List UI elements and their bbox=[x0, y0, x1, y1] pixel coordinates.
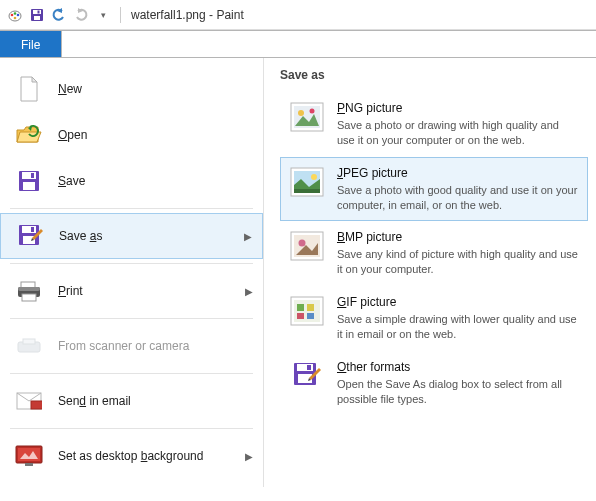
bmp-picture-icon bbox=[289, 230, 325, 262]
subitem-title: JPEG picture bbox=[337, 166, 579, 180]
menu-label: New bbox=[58, 82, 82, 96]
menu-save[interactable]: Save bbox=[0, 158, 263, 204]
menu-divider bbox=[10, 263, 253, 264]
subitem-desc: Open the Save As dialog box to select fr… bbox=[337, 377, 579, 407]
png-picture-icon bbox=[289, 101, 325, 133]
svg-rect-8 bbox=[38, 10, 40, 13]
svg-rect-41 bbox=[307, 304, 314, 311]
submenu-arrow-icon: ▶ bbox=[245, 451, 253, 462]
jpeg-picture-icon bbox=[289, 166, 325, 198]
svg-point-37 bbox=[299, 240, 306, 247]
open-folder-icon bbox=[14, 122, 44, 148]
svg-rect-43 bbox=[307, 313, 314, 319]
subitem-title: GIF picture bbox=[337, 295, 579, 309]
ribbon-tabs: File bbox=[0, 30, 596, 58]
qat-dropdown-icon[interactable]: ▾ bbox=[94, 6, 112, 24]
svg-rect-46 bbox=[307, 365, 311, 370]
printer-icon bbox=[14, 278, 44, 304]
titlebar: ▾ waterfall1.png - Paint bbox=[0, 0, 596, 30]
svg-point-30 bbox=[298, 110, 304, 116]
menu-label: Save bbox=[58, 174, 85, 188]
saveas-gif[interactable]: GIF picture Save a simple drawing with l… bbox=[280, 286, 588, 351]
menu-label: Open bbox=[58, 128, 87, 142]
save-as-submenu: Save as PNG picture Save a photo or draw… bbox=[263, 58, 596, 487]
svg-rect-40 bbox=[297, 304, 304, 311]
svg-rect-12 bbox=[23, 182, 35, 190]
svg-rect-11 bbox=[31, 173, 34, 178]
svg-point-1 bbox=[11, 13, 14, 16]
email-icon bbox=[14, 388, 44, 414]
svg-rect-19 bbox=[18, 287, 40, 291]
desktop-bg-icon bbox=[14, 443, 44, 469]
svg-rect-6 bbox=[33, 10, 41, 14]
svg-point-34 bbox=[311, 174, 317, 180]
svg-point-31 bbox=[310, 109, 315, 114]
subitem-desc: Save a photo with good quality and use i… bbox=[337, 183, 579, 213]
menu-print[interactable]: Print ▶ bbox=[0, 268, 263, 314]
menu-divider bbox=[10, 208, 253, 209]
submenu-arrow-icon: ▶ bbox=[245, 286, 253, 297]
menu-label: From scanner or camera bbox=[58, 339, 189, 353]
svg-rect-15 bbox=[31, 227, 34, 232]
menu-new[interactable]: New bbox=[0, 66, 263, 112]
file-tab[interactable]: File bbox=[0, 31, 61, 57]
menu-from-scanner: From scanner or camera bbox=[0, 323, 263, 369]
menu-save-as[interactable]: Save as ▶ bbox=[0, 213, 263, 259]
svg-point-3 bbox=[17, 13, 20, 16]
menu-desktop-background[interactable]: Set as desktop background ▶ bbox=[0, 433, 263, 479]
subitem-desc: Save a simple drawing with lower quality… bbox=[337, 312, 579, 342]
floppy-saveas-icon bbox=[15, 223, 45, 249]
menu-open[interactable]: Open bbox=[0, 112, 263, 158]
subitem-title: PNG picture bbox=[337, 101, 579, 115]
undo-icon[interactable] bbox=[50, 6, 68, 24]
menu-label: Send in email bbox=[58, 394, 131, 408]
save-icon[interactable] bbox=[28, 6, 46, 24]
svg-rect-26 bbox=[18, 448, 40, 461]
menu-label: Print bbox=[58, 284, 83, 298]
floppy-save-icon bbox=[14, 168, 44, 194]
svg-point-2 bbox=[14, 12, 17, 15]
saveas-other[interactable]: Other formats Open the Save As dialog bo… bbox=[280, 351, 588, 416]
svg-rect-20 bbox=[22, 294, 36, 301]
gif-picture-icon bbox=[289, 295, 325, 327]
menu-divider bbox=[10, 318, 253, 319]
app-icon bbox=[6, 6, 24, 24]
svg-rect-27 bbox=[25, 463, 33, 466]
subitem-desc: Save a photo or drawing with high qualit… bbox=[337, 118, 579, 148]
other-formats-icon bbox=[289, 360, 325, 392]
saveas-jpeg[interactable]: JPEG picture Save a photo with good qual… bbox=[280, 157, 588, 222]
svg-rect-22 bbox=[23, 339, 35, 344]
svg-rect-24 bbox=[31, 401, 42, 409]
file-menu-left: New Open Save Save as ▶ bbox=[0, 58, 263, 487]
svg-rect-7 bbox=[34, 16, 40, 20]
menu-send-email[interactable]: Send in email bbox=[0, 378, 263, 424]
menu-divider bbox=[10, 428, 253, 429]
redo-icon[interactable] bbox=[72, 6, 90, 24]
submenu-arrow-icon: ▶ bbox=[244, 231, 252, 242]
window-title: waterfall1.png - Paint bbox=[131, 8, 244, 22]
subitem-title: BMP picture bbox=[337, 230, 579, 244]
new-file-icon bbox=[14, 76, 44, 102]
ribbon-empty bbox=[61, 31, 596, 57]
saveas-png[interactable]: PNG picture Save a photo or drawing with… bbox=[280, 92, 588, 157]
menu-divider bbox=[10, 373, 253, 374]
svg-rect-42 bbox=[297, 313, 304, 319]
submenu-header: Save as bbox=[280, 68, 588, 82]
svg-point-4 bbox=[14, 16, 17, 19]
file-menu: New Open Save Save as ▶ bbox=[0, 58, 596, 487]
menu-label: Save as bbox=[59, 229, 102, 243]
saveas-bmp[interactable]: BMP picture Save any kind of picture wit… bbox=[280, 221, 588, 286]
scanner-icon bbox=[14, 333, 44, 359]
subitem-title: Other formats bbox=[337, 360, 579, 374]
menu-label: Set as desktop background bbox=[58, 449, 203, 463]
quick-access-toolbar: ▾ bbox=[6, 6, 125, 24]
qat-separator bbox=[120, 7, 121, 23]
subitem-desc: Save any kind of picture with high quali… bbox=[337, 247, 579, 277]
